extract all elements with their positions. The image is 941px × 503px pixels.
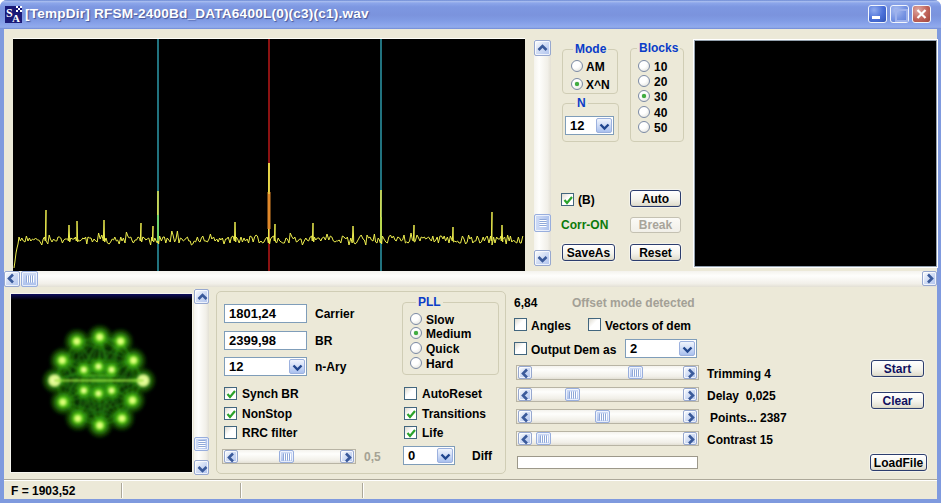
svg-text:A: A bbox=[12, 12, 20, 23]
